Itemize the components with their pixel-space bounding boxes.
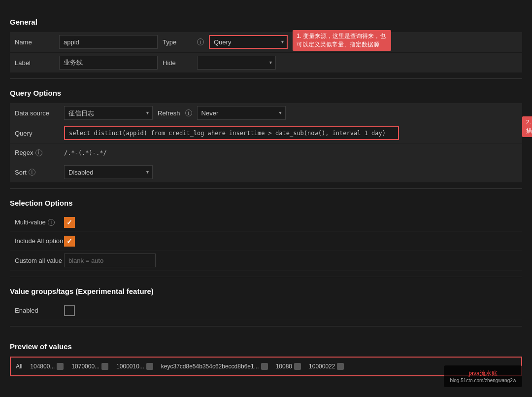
sort-info-icon[interactable]: i — [29, 169, 35, 176]
regex-row: Regex i /.*-(.*)-.*/ — [10, 144, 522, 162]
value-groups-title: Value groups/tags (Experimental feature) — [10, 287, 522, 295]
preview-item-3-icon — [146, 363, 153, 370]
multivalue-label: Multi-value i — [15, 218, 64, 226]
preview-item-2-icon — [101, 363, 108, 370]
sort-row: Sort i Disabled Alphabetical (asc) Alpha… — [10, 162, 522, 182]
query-label: Query — [15, 130, 64, 137]
sort-label-text: Sort — [15, 169, 27, 176]
preview-item-4-icon — [261, 363, 268, 370]
regex-info-icon[interactable]: i — [35, 149, 42, 156]
enabled-label: Enabled — [15, 307, 64, 314]
preview-item-5: 10080 — [276, 363, 301, 370]
query-input[interactable] — [64, 126, 399, 140]
preview-item-4-label: keyc37cd8e54b354c62beccd8b6e1... — [161, 363, 259, 370]
preview-item-1-icon — [57, 363, 64, 370]
preview-item-2-label: 1070000... — [71, 363, 100, 370]
preview-item-6-label: 10000022 — [309, 363, 335, 370]
label-label: Label — [15, 59, 59, 67]
sort-control: Disabled Alphabetical (asc) Alphabetical… — [64, 165, 517, 179]
type-info-icon[interactable]: i — [197, 38, 204, 45]
preview-item-5-icon — [294, 363, 301, 370]
multivalue-row: Multi-value i ✓ — [10, 213, 522, 232]
name-type-row: Name Type i Query Custom Constant DataSo… — [10, 32, 522, 52]
label-control: Hide Variable Label and Variable — [59, 56, 517, 70]
annotation-1: 1. 变量来源，这里是查询得来，也可以定义类似常量、指定数据源 — [293, 30, 391, 51]
custom-all-label: Custom all value — [15, 257, 64, 264]
datasource-select-container: 征信日志 — [64, 106, 153, 120]
refresh-label: Refresh — [158, 109, 180, 117]
preview-item-2: 1070000... — [71, 363, 108, 370]
type-select[interactable]: Query Custom Constant DataSource Interva… — [209, 35, 288, 49]
name-input[interactable] — [59, 35, 158, 49]
datasource-control: 征信日志 Refresh i Never On Dashboard Load O… — [64, 106, 517, 120]
divider-3 — [10, 277, 522, 277]
preview-title: Preview of values — [10, 342, 522, 351]
multivalue-label-text: Multi-value — [15, 218, 46, 226]
preview-item-1-label: 104800... — [30, 363, 55, 370]
selection-options-section: Multi-value i ✓ Include All option ✓ Cus… — [10, 213, 522, 271]
preview-item-6: 10000022 — [309, 363, 344, 370]
datasource-row: Data source 征信日志 Refresh i Never On Dash… — [10, 103, 522, 123]
annotation-2: 2. 这里是为了走索引，不然全表扫描 — [522, 116, 532, 137]
watermark-line1: java流水账 — [450, 369, 516, 378]
watermark-line2: blog.51cto.com/zhengwang2w — [450, 378, 516, 383]
hide-label: Hide — [163, 59, 192, 67]
enabled-checkbox[interactable] — [64, 305, 75, 316]
preview-item-4: keyc37cd8e54b354c62beccd8b6e1... — [161, 363, 268, 370]
multivalue-control: ✓ — [64, 217, 517, 228]
multivalue-info-icon[interactable]: i — [48, 219, 55, 226]
regex-label: Regex i — [15, 149, 64, 156]
preview-item-all: All — [16, 363, 22, 370]
include-all-label: Include All option — [15, 237, 64, 245]
divider-1 — [10, 78, 522, 79]
never-select[interactable]: Never On Dashboard Load On Time Range Ch… — [197, 106, 286, 120]
custom-all-control — [64, 253, 517, 267]
label-hide-row: Label Hide Variable Label and Variable — [10, 53, 522, 72]
datasource-select[interactable]: 征信日志 — [64, 106, 153, 120]
preview-item-6-icon — [337, 363, 344, 370]
enabled-control — [64, 305, 517, 316]
watermark: java流水账 blog.51cto.com/zhengwang2w — [444, 365, 522, 387]
preview-item-1: 104800... — [30, 363, 64, 370]
general-title: General — [10, 18, 522, 26]
refresh-info-icon[interactable]: i — [185, 109, 192, 116]
sort-select-container: Disabled Alphabetical (asc) Alphabetical… — [64, 165, 153, 179]
type-label: Type — [163, 38, 192, 46]
divider-2 — [10, 188, 522, 189]
name-label: Name — [15, 38, 59, 46]
general-section: Name Type i Query Custom Constant DataSo… — [10, 32, 522, 72]
include-all-row: Include All option ✓ — [10, 232, 522, 251]
regex-value: /.*-(.*)-.*/ — [64, 149, 107, 156]
selection-options-title: Selection Options — [10, 199, 522, 207]
multivalue-checkbox[interactable]: ✓ — [64, 217, 75, 228]
regex-label-text: Regex — [15, 149, 33, 156]
name-control: Type i Query Custom Constant DataSource … — [59, 35, 517, 49]
query-control: 2. 这里是为了走索引，不然全表扫描 — [64, 126, 517, 140]
sort-select[interactable]: Disabled Alphabetical (asc) Alphabetical… — [64, 165, 153, 179]
query-options-title: Query Options — [10, 89, 522, 97]
enabled-row: Enabled — [10, 301, 522, 320]
include-all-checkbox[interactable]: ✓ — [64, 236, 75, 247]
hide-select-container: Variable Label and Variable — [197, 56, 276, 70]
preview-item-3: 1000010... — [116, 363, 153, 370]
never-select-container: Never On Dashboard Load On Time Range Ch… — [197, 106, 286, 120]
type-select-container: Query Custom Constant DataSource Interva… — [209, 35, 288, 49]
type-select-wrapper: Query Custom Constant DataSource Interva… — [209, 35, 288, 49]
value-groups-section: Enabled — [10, 301, 522, 320]
preview-item-5-label: 10080 — [276, 363, 292, 370]
query-row: Query 2. 这里是为了走索引，不然全表扫描 — [10, 123, 522, 144]
include-all-control: ✓ — [64, 236, 517, 247]
preview-item-3-label: 1000010... — [116, 363, 144, 370]
label-input[interactable] — [59, 56, 158, 70]
divider-4 — [10, 326, 522, 326]
multivalue-checkmark: ✓ — [66, 218, 72, 226]
sort-label: Sort i — [15, 169, 64, 176]
hide-select[interactable]: Variable Label and Variable — [197, 56, 276, 70]
include-all-checkmark: ✓ — [66, 237, 72, 245]
regex-control: /.*-(.*)-.*/ — [64, 149, 517, 156]
datasource-label: Data source — [15, 109, 64, 117]
preview-item-all-label: All — [16, 363, 22, 370]
query-options-section: Data source 征信日志 Refresh i Never On Dash… — [10, 103, 522, 182]
custom-all-input[interactable] — [64, 253, 156, 267]
custom-all-row: Custom all value — [10, 251, 522, 271]
